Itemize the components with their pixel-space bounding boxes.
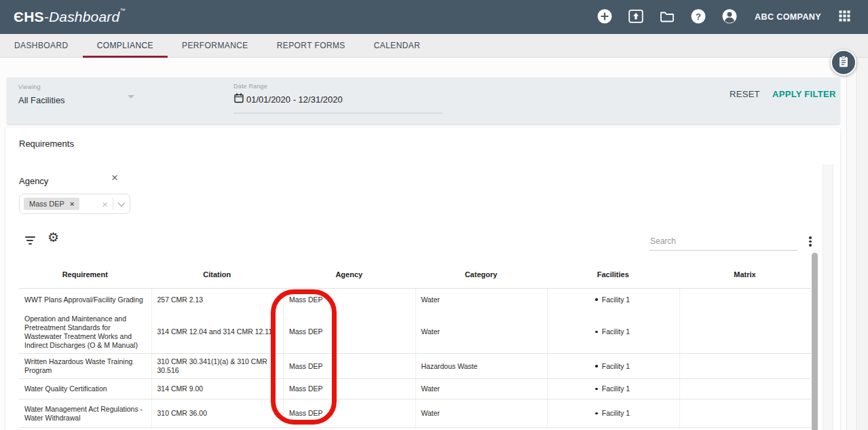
facility-name: Facility 1 (602, 384, 630, 393)
col-header-facilities: Facilities (547, 260, 679, 288)
table-row[interactable]: Water Quality Certification 314 CMR 9.00… (19, 379, 811, 399)
reset-button[interactable]: RESET (730, 89, 760, 99)
top-header: ЄHS-Dashboard™ ? ABC COMPANY (0, 0, 868, 34)
cell-citation: 314 CMR 9.00 (151, 379, 284, 399)
cell-category: Water (415, 289, 548, 310)
date-range-value: 01/01/2020 - 12/31/2020 (246, 94, 343, 105)
tab-compliance[interactable]: COMPLIANCE (83, 34, 168, 58)
table-row[interactable]: WWT Plans Approval/Facility Grading 257 … (19, 289, 811, 310)
apply-filter-button[interactable]: APPLY FILTER (772, 89, 836, 99)
bullet-icon (595, 365, 598, 368)
cell-matrix (679, 399, 811, 427)
cell-agency: Mass DEP (283, 310, 415, 353)
app-logo: ЄHS-Dashboard™ (14, 9, 126, 25)
requirements-card: Requirements Agency × Mass DEP × × ⚙ Req… (5, 128, 840, 430)
logo-trademark: ™ (119, 7, 125, 14)
cell-requirement: Written Hazardous Waste Training Program (19, 354, 151, 378)
bullet-icon (595, 331, 598, 334)
cell-requirement: WWT Plans Approval/Facility Grading (19, 289, 151, 310)
chip-remove-icon[interactable]: × (70, 200, 74, 208)
report-fab-button[interactable] (831, 50, 856, 75)
plus-circle-icon (597, 9, 612, 26)
content-scrollbar-track[interactable] (846, 58, 857, 430)
upload-button[interactable] (628, 10, 643, 25)
help-button[interactable]: ? (691, 9, 706, 26)
account-button[interactable] (722, 9, 737, 26)
select-divider (113, 198, 113, 210)
gear-icon[interactable]: ⚙ (48, 231, 59, 244)
tab-dashboard[interactable]: DASHBOARD (0, 34, 83, 58)
col-header-matrix: Matrix (679, 260, 811, 288)
tab-calendar[interactable]: CALENDAR (360, 34, 435, 58)
company-name: ABC COMPANY (755, 12, 821, 22)
table-row[interactable]: Water Management Act Regulations - Water… (19, 399, 811, 428)
cell-matrix (679, 289, 811, 310)
grid-icon (839, 10, 850, 24)
col-header-category: Category (415, 260, 548, 288)
chevron-down-icon[interactable] (128, 95, 134, 98)
search-input[interactable] (649, 235, 797, 251)
cell-category: Water (415, 379, 548, 399)
documents-button[interactable] (660, 10, 675, 24)
add-button[interactable] (597, 9, 612, 26)
logo-product: -Dashboard (44, 9, 120, 24)
select-clear-button[interactable]: × (102, 198, 108, 210)
upload-box-icon (628, 10, 643, 25)
cell-citation: 310 CMR 30.341(1)(a) & 310 CMR 30.516 (151, 354, 284, 378)
cell-citation: 314 CMR 12.04 and 314 CMR 12.11 (151, 310, 284, 353)
facility-name: Facility 1 (602, 295, 630, 304)
agency-select-box[interactable]: Mass DEP × × (19, 194, 130, 214)
close-icon: × (111, 171, 118, 184)
facility-name: Facility 1 (602, 409, 630, 418)
cell-agency: Mass DEP (283, 399, 415, 427)
app-root: ЄHS-Dashboard™ ? ABC COMPANY (0, 0, 868, 430)
cell-citation: 257 CMR 2.13 (151, 289, 284, 310)
select-chevron-down-icon[interactable] (117, 198, 126, 210)
col-header-citation: Citation (151, 260, 284, 288)
question-mark-icon: ? (691, 9, 706, 26)
cell-matrix (679, 310, 811, 353)
filter-panel: Viewing All Facilities Date Range 01/01/… (7, 77, 840, 124)
tab-performance[interactable]: PERFORMANCE (168, 34, 263, 58)
col-header-agency: Agency (283, 260, 415, 288)
cell-category: Hazardous Waste (415, 354, 548, 378)
facility-name: Facility 1 (602, 327, 630, 336)
agency-chip-label: Mass DEP (29, 200, 64, 208)
tab-report-forms[interactable]: REPORT FORMS (263, 34, 360, 58)
apps-menu-button[interactable] (839, 10, 850, 24)
date-range-input[interactable]: Date Range 01/01/2020 - 12/31/2020 (233, 83, 442, 113)
table-header-row: Requirement Citation Agency Category Fac… (19, 260, 811, 289)
filter-list-icon[interactable] (24, 236, 36, 245)
agency-filter-label: Agency (19, 176, 48, 186)
cell-citation: 310 CMR 36.00 (151, 399, 284, 427)
svg-text:?: ? (696, 11, 701, 21)
cell-facilities: Facility 1 (547, 310, 679, 353)
bullet-icon (595, 412, 598, 415)
header-actions: ? ABC COMPANY (597, 9, 850, 26)
page-scrollbar-track[interactable] (858, 58, 868, 430)
table-scrollbar-thumb[interactable] (812, 253, 818, 430)
viewing-dropdown[interactable]: Viewing All Facilities (18, 84, 154, 105)
clipboard-icon (838, 56, 849, 70)
facility-name: Facility 1 (602, 362, 630, 371)
kebab-menu-icon[interactable] (806, 234, 814, 249)
cell-matrix (679, 379, 811, 399)
cell-category: Water (415, 310, 548, 353)
card-title: Requirements (19, 139, 74, 149)
cell-requirement: Water Management Act Regulations - Water… (19, 399, 151, 427)
table-scrollbar-track[interactable] (823, 164, 833, 430)
date-range-label: Date Range (233, 83, 442, 90)
cell-facilities: Facility 1 (547, 379, 679, 399)
table-row[interactable]: Operation and Maintenance and Pretreatme… (19, 310, 811, 354)
calendar-icon (233, 92, 244, 106)
requirements-table: Requirement Citation Agency Category Fac… (19, 260, 811, 428)
bullet-icon (595, 298, 598, 301)
cell-requirement: Operation and Maintenance and Pretreatme… (19, 310, 151, 353)
clear-icon: × (102, 198, 108, 210)
folder-icon (660, 10, 675, 24)
agency-filter-close-button[interactable]: × (111, 171, 118, 185)
table-row[interactable]: Written Hazardous Waste Training Program… (19, 354, 811, 379)
cell-facilities: Facility 1 (547, 289, 679, 310)
person-circle-icon (722, 9, 737, 26)
agency-chip[interactable]: Mass DEP × (24, 198, 79, 210)
